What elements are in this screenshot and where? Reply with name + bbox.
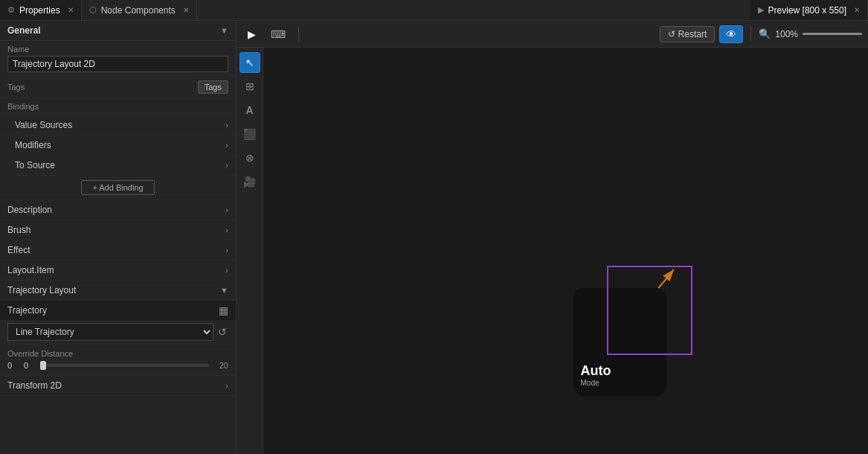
anchor-tool-button[interactable]: ⊗ [239, 147, 260, 168]
layers-tool-button[interactable]: ⬛ [239, 124, 260, 144]
keyboard-button[interactable]: ⌨ [266, 25, 291, 43]
tab-node-components[interactable]: ⬡ Node Components ✕ [82, 0, 197, 20]
zoom-value: 100% [775, 29, 798, 39]
camera-tool-button[interactable]: 🎥 [239, 171, 260, 192]
value-sources-label: Value Sources [15, 120, 72, 130]
effect-section-header[interactable]: Effect › [0, 240, 236, 260]
modifiers-arrow-icon: › [225, 141, 228, 150]
description-section-header[interactable]: Description › [0, 200, 236, 220]
general-chevron-icon: ▼ [220, 26, 228, 35]
cursor-tool-button[interactable]: ↖ [239, 52, 260, 73]
trajectory-layout-label: Trajectory Layout [7, 285, 76, 295]
name-field-row: Name [0, 41, 236, 77]
properties-tab-label: Properties [19, 5, 60, 16]
main-layout: General ▼ Name Tags Tags Bindings Value … [0, 21, 868, 454]
transform-2d-arrow-icon: › [225, 381, 228, 390]
add-binding-row: + Add Binding [0, 176, 236, 200]
override-distance-row: 0 0 20 [7, 361, 228, 370]
node-components-tab-icon: ⬡ [89, 5, 97, 15]
zoom-icon: 🔍 [759, 28, 771, 39]
trajectory-reset-button[interactable]: ↺ [216, 324, 228, 339]
tags-button[interactable]: Tags [198, 80, 228, 94]
effect-arrow-icon: › [225, 246, 228, 255]
toolbar-separator-1 [298, 27, 299, 42]
node-components-tab-close[interactable]: ✕ [183, 6, 189, 14]
mode-subtitle: Mode [581, 379, 611, 387]
trajectory-section: Trajectory ▦ Line Trajectory Curve Traje… [0, 301, 236, 376]
right-panel: ▶ ⌨ ↺ Restart 👁 🔍 100% ↖ ⊞ A [237, 21, 868, 454]
black-box: Auto Mode [573, 288, 666, 396]
eye-button[interactable]: 👁 [719, 25, 743, 43]
tab-bar: ⚙ Properties ✕ ⬡ Node Components ✕ ▶ Pre… [0, 0, 868, 21]
override-slider-thumb[interactable] [40, 361, 46, 370]
toolbar-separator-2 [750, 27, 751, 42]
properties-tab-icon: ⚙ [7, 5, 15, 15]
restart-label: Restart [678, 29, 707, 39]
trajectory-header: Trajectory ▦ [0, 301, 236, 320]
preview-tab-close[interactable]: ✕ [854, 6, 860, 14]
preview-tab-icon: ▶ [758, 5, 764, 15]
grid-tool-button[interactable]: ⊞ [239, 76, 260, 97]
tags-row: Tags Tags [0, 77, 236, 98]
play-button[interactable]: ▶ [242, 25, 261, 43]
properties-panel: General ▼ Name Tags Tags Bindings Value … [0, 21, 237, 454]
override-current-value: 0 [24, 361, 36, 370]
name-field-label: Name [7, 45, 228, 54]
vertical-toolbar: ↖ ⊞ A ⬛ ⊗ 🎥 [237, 48, 263, 454]
trajectory-layout-section-header[interactable]: Trajectory Layout ▼ [0, 281, 236, 301]
trajectory-layout-arrow-icon: ▼ [220, 286, 228, 295]
override-distance-section: Override Distance 0 0 20 [0, 345, 236, 375]
preview-area: ↖ ⊞ A ⬛ ⊗ 🎥 [237, 48, 868, 454]
restart-button[interactable]: ↺ Restart [660, 26, 716, 42]
override-min-value: 0 [7, 361, 19, 370]
preview-toolbar: ▶ ⌨ ↺ Restart 👁 🔍 100% [237, 21, 868, 48]
brush-section-header[interactable]: Brush › [0, 220, 236, 240]
brush-label: Brush [7, 225, 30, 235]
auto-mode-label: Auto Mode [581, 363, 611, 387]
canvas-area: Auto Mode [263, 48, 868, 454]
general-section-header[interactable]: General ▼ [0, 21, 236, 41]
value-sources-arrow-icon: › [225, 121, 228, 130]
zoom-slider[interactable] [803, 33, 862, 35]
zoom-area: 100% [775, 29, 862, 39]
description-label: Description [7, 205, 52, 215]
trajectory-title: Trajectory [7, 305, 47, 316]
to-source-row[interactable]: To Source › [0, 156, 236, 176]
auto-title: Auto [581, 363, 611, 379]
tags-label: Tags [7, 83, 193, 92]
tab-properties[interactable]: ⚙ Properties ✕ [0, 0, 82, 20]
to-source-label: To Source [15, 160, 55, 170]
description-arrow-icon: › [225, 205, 228, 214]
trajectory-select-row: Line Trajectory Curve Trajectory None ↺ [0, 320, 236, 345]
add-binding-button[interactable]: + Add Binding [81, 180, 154, 195]
modifiers-row[interactable]: Modifiers › [0, 135, 236, 156]
layout-item-section-header[interactable]: Layout.Item › [0, 260, 236, 281]
properties-tab-close[interactable]: ✕ [68, 6, 74, 14]
general-section-label: General [7, 25, 41, 36]
modifiers-label: Modifiers [15, 140, 51, 150]
override-slider[interactable] [40, 364, 209, 367]
override-max-value: 20 [213, 361, 228, 370]
tab-preview[interactable]: ▶ Preview [800 x 550] ✕ [750, 0, 868, 20]
transform-2d-label: Transform 2D [7, 380, 62, 391]
to-source-arrow-icon: › [225, 161, 228, 170]
preview-tab-label: Preview [800 x 550] [768, 5, 846, 16]
value-sources-row[interactable]: Value Sources › [0, 115, 236, 135]
effect-label: Effect [7, 245, 30, 255]
layout-item-label: Layout.Item [7, 265, 54, 275]
trajectory-grid-icon[interactable]: ▦ [219, 304, 228, 316]
bindings-label: Bindings [0, 98, 236, 115]
node-components-tab-label: Node Components [101, 5, 176, 16]
override-distance-label: Override Distance [7, 349, 228, 358]
zoom-slider-fill [803, 33, 862, 35]
restart-icon: ↺ [668, 29, 675, 39]
trajectory-dropdown[interactable]: Line Trajectory Curve Trajectory None [7, 323, 213, 341]
layout-item-arrow-icon: › [225, 266, 228, 275]
brush-arrow-icon: › [225, 226, 228, 234]
text-tool-button[interactable]: A [239, 100, 260, 121]
transform-2d-section-header[interactable]: Transform 2D › [0, 376, 236, 396]
name-input[interactable] [7, 56, 228, 72]
